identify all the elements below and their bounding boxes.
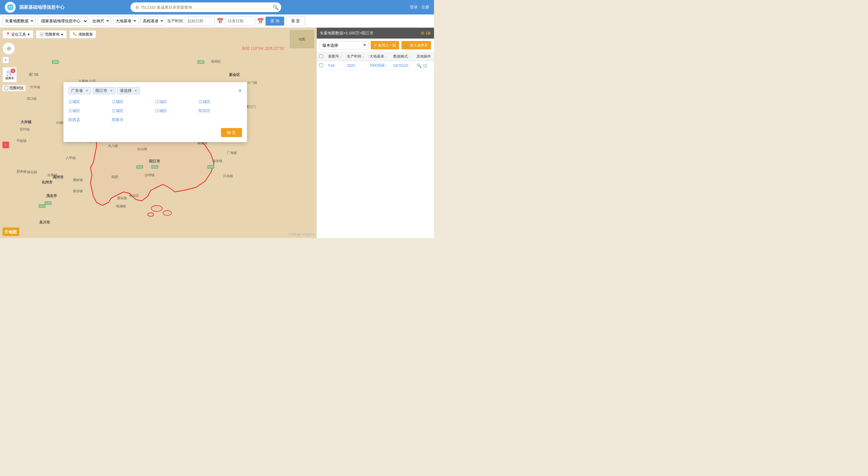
end-date-input[interactable] — [225, 17, 255, 26]
location-dialog: 广东省 ✕ 阳江市 ✕ 请选择 ✕ ✕ 江城区 江城区 — [63, 82, 247, 142]
tag-yangjiang: 阳江市 ✕ — [93, 87, 116, 94]
sort-year-icon: ↓ — [363, 55, 364, 58]
place-大井镇: 大井镇 — [21, 120, 31, 125]
map-tools: 📍 定位工具 ▼ ⬜ 范围查询 ▼ ✏️ 清除图形 — [2, 30, 96, 38]
col-year: 生产时间 ↓ — [344, 52, 367, 61]
tag-select: 请选择 ✕ — [117, 87, 140, 94]
calendar-icon-start: 📅 — [217, 18, 223, 24]
dialog-item-6[interactable]: 江城区 — [155, 107, 198, 114]
sort-mapno-icon: ↓ — [340, 55, 341, 58]
production-time-label: 生产时间 — [167, 19, 183, 24]
zoom-out-btn[interactable]: － — [2, 141, 9, 148]
right-panel-actions: 版本选择 ↺ 返回上一级 🛒 加入成果车 — [317, 38, 434, 52]
site-title: 国家基础地理信息中心 — [19, 4, 64, 10]
search-input[interactable] — [130, 2, 281, 12]
row-action-buttons: 🔍 🛒 — [416, 63, 432, 68]
row-format: GEODAT... — [391, 61, 414, 70]
calendar-icon-end: 📅 — [257, 18, 264, 24]
place-宝圩镇: 宝圩镇 — [20, 127, 30, 132]
row-select-check[interactable] — [319, 63, 323, 67]
place-阳西: 阳西 — [112, 175, 118, 179]
map-logo: 天地图 — [2, 227, 20, 236]
csdn-watermark: CSDN @一打错字子 — [288, 232, 315, 237]
right-panel-header: 矢量地图数据>1:100万>阳江市 共 1条 — [317, 28, 434, 38]
road-g15-a: G15 — [136, 165, 143, 169]
row-cart-btn[interactable]: 🛒 — [423, 63, 428, 68]
dialog-item-3[interactable]: 江城区 — [198, 98, 242, 105]
range-query-btn[interactable]: ⬜ 范围查询 ▼ — [36, 30, 67, 38]
dialog-close-btn[interactable]: ✕ — [238, 88, 242, 94]
map-thumbnail: 地图 — [290, 30, 314, 48]
scale-select[interactable]: 比例尺 — [90, 17, 111, 26]
row-actions: 🔍 🛒 — [414, 61, 434, 70]
dialog-footer: 确 定 — [68, 128, 242, 137]
source-select[interactable]: 国家基础地理信息中心 — [37, 17, 88, 26]
map-navigation: ⊕ ＋ — [2, 42, 15, 63]
range-compare-checkbox[interactable]: 范围对比 — [2, 85, 26, 91]
tag-select-close[interactable]: ✕ — [134, 89, 137, 93]
place-斗门镇: 斗门镇 — [247, 81, 257, 85]
col-mapno: 新图号 ↓ — [326, 52, 344, 61]
map-container[interactable]: 📍 定位工具 ▼ ⬜ 范围查询 ▼ ✏️ 清除图形 东经:110°54',北纬:… — [0, 28, 316, 238]
place-茂名市: 茂名市 — [46, 193, 57, 198]
dialog-item-0[interactable]: 江城区 — [68, 98, 112, 105]
row-year: 2020 — [344, 61, 367, 70]
dialog-item-2[interactable]: 江城区 — [155, 98, 198, 105]
select-all-check[interactable] — [319, 54, 323, 58]
svg-text:天地图: 天地图 — [4, 229, 17, 234]
location-tool-btn[interactable]: 📍 定位工具 ▼ — [2, 30, 33, 38]
range-compare-check[interactable] — [4, 86, 8, 90]
range-compare-label: 范围对比 — [9, 86, 24, 91]
place-黄岭镇: 黄岭镇 — [73, 178, 83, 182]
place-新会区: 新会区 — [229, 72, 240, 77]
cart-button[interactable]: 0 🛒 成果车 — [2, 67, 17, 83]
zoom-out-container: － — [2, 141, 9, 148]
datum-select[interactable]: 大地基准 — [113, 17, 138, 26]
eraser-icon: ✏️ — [73, 32, 77, 36]
dialog-item-8[interactable]: 阳西县 — [68, 117, 112, 123]
panel-share-count: 共 1条 — [421, 31, 431, 36]
search-bar: 🔍 — [130, 2, 281, 12]
dialog-item-5[interactable]: 江城区 — [112, 107, 155, 114]
search-button[interactable]: 🔍 — [273, 4, 279, 10]
zoom-in-btn[interactable]: ＋ — [2, 57, 9, 63]
cart-badge: 0 — [10, 68, 16, 73]
dialog-confirm-btn[interactable]: 确 定 — [221, 128, 242, 137]
sort-datum-icon: ↓ — [385, 55, 386, 58]
data-type-select[interactable]: 矢量地图数据 — [2, 17, 36, 26]
dialog-item-9[interactable]: 阳春市 — [112, 117, 155, 123]
coordinates-display: 东经:110°54',北纬:22°55' — [242, 46, 285, 51]
place-八甲镇: 八甲镇 — [66, 156, 76, 160]
add-to-cart-btn[interactable]: 🛒 加入成果车 — [401, 41, 431, 50]
place-合山镇: 合山镇 — [137, 147, 147, 151]
query-button[interactable]: 查 询 — [266, 17, 284, 26]
row-mapno: F49 — [326, 61, 344, 70]
road-g15-b: G15 — [151, 165, 158, 169]
sort-format-icon: ↓ — [409, 55, 410, 58]
reset-button[interactable]: 重 置 — [286, 17, 305, 26]
version-select[interactable]: 版本选择 — [320, 41, 368, 50]
login-link[interactable]: 登录 — [410, 4, 418, 10]
back-to-parent-btn[interactable]: ↺ 返回上一级 — [371, 41, 399, 50]
road-g32: G32 — [207, 165, 214, 169]
row-datum: 2000国家... — [367, 61, 391, 70]
dialog-item-1[interactable]: 江城区 — [112, 98, 155, 105]
svg-point-2 — [148, 213, 154, 216]
tag-yangjiang-close[interactable]: ✕ — [110, 89, 113, 93]
map-background: 📍 定位工具 ▼ ⬜ 范围查询 ▼ ✏️ 清除图形 东经:110°54',北纬:… — [0, 28, 316, 238]
start-date-input[interactable] — [185, 17, 215, 26]
place-吴川市: 吴川市 — [39, 220, 50, 225]
place-高明区: 高明区 — [211, 59, 221, 64]
col-checkbox — [317, 52, 326, 61]
height-datum-select[interactable]: 高程基准 — [140, 17, 165, 26]
results-table-head: 新图号 ↓ 生产时间 ↓ 大地基准 ↓ 数据格式 ↓ — [317, 52, 434, 61]
row-search-btn[interactable]: 🔍 — [416, 63, 422, 68]
tag-guangdong-close[interactable]: ✕ — [85, 89, 88, 93]
place-河口镇: 河口镇 — [27, 96, 36, 101]
place-阳江市: 阳江市 — [149, 159, 160, 164]
clear-shapes-btn[interactable]: ✏️ 清除图形 — [69, 30, 96, 38]
register-link[interactable]: 注册 — [421, 4, 429, 10]
dialog-item-4[interactable]: 江城区 — [68, 107, 112, 114]
place-电城镇: 电城镇 — [116, 204, 126, 209]
dialog-item-7[interactable]: 阳东区 — [198, 107, 242, 114]
